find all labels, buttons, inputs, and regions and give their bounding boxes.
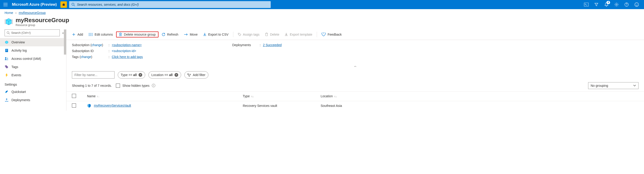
feedback-button[interactable]: Feedback bbox=[319, 32, 344, 37]
sidebar-item-label: Deployments bbox=[12, 98, 30, 102]
page-title: myResourceGroup bbox=[16, 17, 69, 23]
add-tags-link[interactable]: Click here to add tags bbox=[112, 55, 143, 59]
trash-icon bbox=[119, 33, 122, 36]
delete-button: Delete bbox=[263, 32, 282, 37]
smiley-icon bbox=[634, 2, 639, 7]
lightning-icon bbox=[4, 73, 9, 77]
upload-icon bbox=[4, 98, 9, 102]
help-icon bbox=[624, 2, 629, 7]
checkbox-icon bbox=[116, 84, 120, 88]
info-icon[interactable]: i bbox=[152, 84, 155, 87]
breadcrumb: Home › myResourceGroup bbox=[0, 9, 644, 15]
delete-resource-group-button[interactable]: Delete resource group bbox=[116, 31, 158, 37]
svg-rect-3 bbox=[584, 3, 588, 6]
recovery-vault-icon bbox=[87, 104, 91, 108]
type-filter-pill[interactable]: Type == all ✕ bbox=[118, 71, 145, 79]
clear-type-filter-icon[interactable]: ✕ bbox=[138, 73, 142, 77]
collapse-sidebar-button[interactable]: « bbox=[62, 31, 64, 35]
sidebar-item-iam[interactable]: Access control (IAM) bbox=[0, 55, 66, 63]
column-header-type[interactable]: Type↑↓ bbox=[237, 91, 315, 101]
change-tags-link[interactable]: change bbox=[80, 55, 91, 59]
global-search[interactable] bbox=[69, 1, 271, 8]
page-subtitle: Resource group bbox=[16, 23, 69, 27]
sort-icon: ↑↓ bbox=[334, 95, 337, 98]
add-button[interactable]: Add bbox=[70, 32, 86, 37]
plus-icon bbox=[72, 33, 76, 36]
svg-rect-12 bbox=[5, 49, 8, 52]
svg-point-13 bbox=[5, 57, 6, 59]
collapse-essentials-button[interactable]: ︽ bbox=[66, 63, 644, 70]
cloud-shell-button[interactable] bbox=[581, 0, 591, 9]
feedback-face-button[interactable] bbox=[632, 0, 642, 9]
resource-group-icon bbox=[4, 17, 13, 26]
trash-icon bbox=[265, 33, 268, 36]
preview-bug-button[interactable] bbox=[60, 1, 67, 8]
table-header-row: Name↑↓ Type↑↓ Location↑↓ bbox=[66, 91, 644, 101]
sidebar-item-deployments[interactable]: Deployments bbox=[0, 96, 66, 104]
svg-point-4 bbox=[616, 4, 617, 5]
column-header-location[interactable]: Location↑↓ bbox=[315, 91, 644, 101]
brand-label[interactable]: Microsoft Azure (Preview) bbox=[11, 2, 60, 7]
table-row[interactable]: myRecoveryServicesVault Recovery Service… bbox=[66, 101, 644, 110]
sidebar-item-quickstart[interactable]: Quickstart bbox=[0, 88, 66, 96]
edit-columns-button[interactable]: Edit columns bbox=[86, 32, 115, 37]
export-csv-button[interactable]: Export to CSV bbox=[201, 32, 231, 37]
refresh-icon bbox=[162, 33, 165, 36]
grouping-dropdown[interactable]: No grouping bbox=[588, 82, 638, 89]
svg-line-11 bbox=[9, 33, 10, 34]
essentials-subscription: Subscription (change) : <subscription-na… bbox=[72, 43, 232, 47]
resource-name-link[interactable]: myRecoveryServicesVault bbox=[94, 104, 131, 107]
location-filter-pill[interactable]: Location == all ✕ bbox=[148, 71, 181, 79]
svg-line-2 bbox=[74, 5, 75, 6]
sidebar-item-overview[interactable]: Overview bbox=[0, 38, 66, 46]
deployments-link[interactable]: 2 Succeeded bbox=[263, 43, 282, 47]
sidebar-item-label: Tags bbox=[12, 65, 18, 69]
svg-point-15 bbox=[6, 66, 6, 66]
tag-icon bbox=[238, 33, 241, 36]
column-header-name[interactable]: Name↑↓ bbox=[82, 91, 237, 101]
sidebar-item-label: Events bbox=[12, 73, 21, 77]
show-hidden-types-toggle[interactable]: Show hidden types i bbox=[116, 84, 155, 88]
breadcrumb-separator: › bbox=[15, 11, 16, 15]
sidebar-item-activity-log[interactable]: Activity log bbox=[0, 46, 66, 55]
sidebar-item-tags[interactable]: Tags bbox=[0, 63, 66, 71]
tag-icon bbox=[4, 65, 9, 69]
add-filter-icon bbox=[187, 73, 191, 77]
add-filter-button[interactable]: Add filter bbox=[184, 71, 208, 79]
log-icon bbox=[4, 49, 9, 52]
download-icon bbox=[285, 33, 288, 36]
move-button[interactable]: Move bbox=[182, 32, 200, 37]
row-checkbox[interactable] bbox=[72, 103, 76, 107]
sidebar-search[interactable] bbox=[4, 29, 60, 36]
breadcrumb-home[interactable]: Home bbox=[4, 11, 13, 15]
sidebar-item-events[interactable]: Events bbox=[0, 71, 66, 79]
settings-button[interactable] bbox=[612, 0, 622, 9]
sort-icon: ↑↓ bbox=[251, 95, 254, 98]
records-count-label: Showing 1 to 7 of 7 records. bbox=[72, 84, 112, 87]
assign-tags-button: Assign tags bbox=[236, 32, 262, 37]
global-search-input[interactable] bbox=[77, 3, 268, 6]
toolbar-divider bbox=[317, 32, 317, 37]
cloud-shell-icon bbox=[584, 3, 588, 6]
subscription-name-link[interactable]: <subscription-name> bbox=[112, 43, 142, 47]
resources-table: Name↑↓ Type↑↓ Location↑↓ myRecoveryServi… bbox=[66, 91, 644, 110]
sidebar-item-label: Access control (IAM) bbox=[12, 57, 41, 61]
select-all-checkbox[interactable] bbox=[72, 94, 76, 98]
download-icon bbox=[203, 33, 206, 36]
sort-icon: ↑↓ bbox=[97, 95, 100, 98]
subscription-id-value[interactable]: <subscription-id> bbox=[112, 49, 136, 53]
notifications-button[interactable]: 4 bbox=[602, 0, 612, 9]
resource-location-cell: Southeast Asia bbox=[315, 101, 644, 110]
directory-filter-button[interactable] bbox=[591, 0, 602, 9]
breadcrumb-current[interactable]: myResourceGroup bbox=[19, 11, 46, 15]
sidebar-scrollbar[interactable] bbox=[64, 29, 66, 110]
sidebar-search-input[interactable] bbox=[11, 31, 58, 34]
help-button[interactable] bbox=[622, 0, 632, 9]
refresh-button[interactable]: Refresh bbox=[160, 32, 181, 37]
gear-icon bbox=[614, 2, 619, 7]
clear-location-filter-icon[interactable]: ✕ bbox=[174, 73, 178, 77]
change-subscription-link[interactable]: change bbox=[92, 43, 102, 47]
filter-by-name-input[interactable] bbox=[72, 71, 114, 79]
sidebar-item-label: Overview bbox=[12, 40, 25, 44]
hamburger-menu[interactable] bbox=[0, 0, 11, 9]
